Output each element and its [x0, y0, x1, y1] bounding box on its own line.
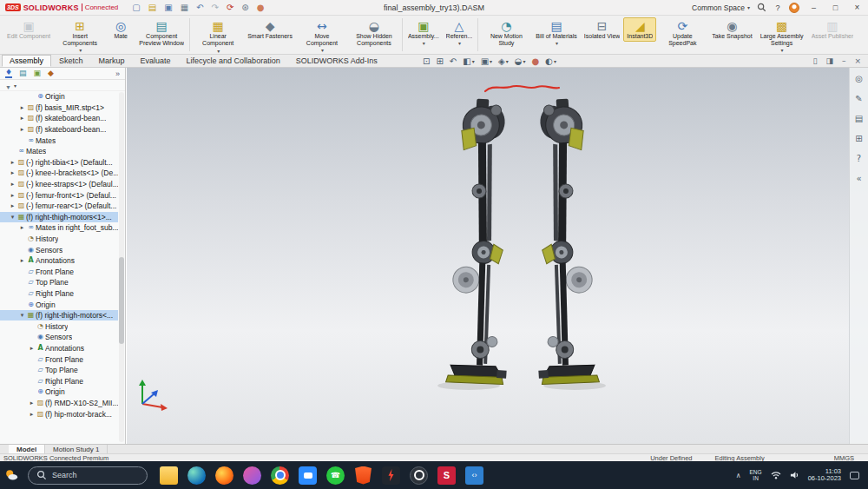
notifications-icon[interactable]: [850, 472, 859, 479]
tab-lifecycle-collaboration[interactable]: Lifecycle and Collaboration: [179, 55, 288, 67]
expander-icon[interactable]: [28, 345, 36, 352]
expander-icon[interactable]: [9, 214, 16, 221]
pane-split-button[interactable]: [825, 57, 833, 65]
view-settings-button[interactable]: [545, 57, 556, 66]
tree-item[interactable]: (f) hip-motor-brack...: [0, 408, 118, 420]
tree-item[interactable]: (-) knee-straps<1> (Defaul...: [0, 179, 118, 190]
edge-icon[interactable]: [187, 466, 206, 485]
tree-item[interactable]: Mates: [0, 146, 118, 157]
expander-icon[interactable]: [18, 115, 26, 122]
zoom-fit-button[interactable]: [423, 57, 430, 66]
display-style-button[interactable]: [498, 57, 509, 66]
tree-item[interactable]: Front Plane: [0, 267, 118, 278]
print-button[interactable]: [181, 3, 188, 12]
pane-layout-button[interactable]: [812, 57, 817, 65]
ribbon-edit-component[interactable]: Edit Component: [3, 17, 54, 42]
rebuild-button[interactable]: [227, 3, 233, 12]
expander-icon[interactable]: [9, 159, 16, 166]
maximize-button[interactable]: [828, 3, 843, 12]
tree-scrollbar-thumb[interactable]: [119, 257, 124, 344]
ribbon-move-component[interactable]: Move Component: [296, 17, 348, 55]
file-explorer-icon[interactable]: [160, 466, 178, 485]
obs-icon[interactable]: [410, 466, 428, 485]
tab-markup[interactable]: Markup: [91, 55, 133, 67]
pane-minimize-button[interactable]: [842, 57, 846, 65]
tree-item[interactable]: Mates: [0, 135, 118, 146]
ribbon-reference-geometry[interactable]: Referen...: [443, 17, 477, 48]
ribbon-large-assembly-settings[interactable]: Large Assembly Settings: [756, 17, 808, 55]
tab-motion-study-1[interactable]: Motion Study 1: [45, 445, 108, 453]
expander-icon[interactable]: [18, 224, 26, 231]
collapse-pane-icon[interactable]: [856, 175, 861, 183]
options-button[interactable]: [241, 3, 248, 12]
language-indicator[interactable]: ENG IN: [750, 469, 762, 481]
ribbon-mate[interactable]: Mate: [106, 17, 135, 42]
right-leg[interactable]: [520, 97, 602, 386]
expander-icon[interactable]: [9, 202, 16, 209]
ribbon-assembly-features[interactable]: Assembly...: [404, 17, 443, 48]
tree-item[interactable]: Top Plane: [0, 365, 118, 376]
weather-icon[interactable]: [0, 468, 23, 482]
whatsapp-icon[interactable]: [326, 466, 345, 485]
notes-icon[interactable]: [855, 115, 863, 123]
brave-icon[interactable]: [354, 466, 372, 485]
expander-icon[interactable]: [9, 169, 16, 176]
ribbon-isolated-view[interactable]: Isolated View: [581, 17, 624, 42]
help-icon[interactable]: [857, 155, 861, 163]
ribbon-take-snapshot[interactable]: Take Snapshot: [708, 17, 755, 42]
edit-appearance-button[interactable]: [532, 57, 540, 66]
section-view-button[interactable]: [463, 57, 474, 66]
expand-panel-icon[interactable]: [115, 69, 120, 78]
solidworks-app-icon[interactable]: [437, 466, 456, 485]
user-avatar[interactable]: [789, 3, 799, 13]
tree-item[interactable]: History: [0, 234, 118, 245]
chrome-icon[interactable]: [271, 466, 289, 485]
ribbon-smart-fasteners[interactable]: Smart Fasteners: [244, 17, 296, 42]
tree-item[interactable]: Right Plane: [0, 375, 118, 387]
ribbon-new-motion-study[interactable]: New Motion Study: [480, 17, 532, 49]
tree-item[interactable]: (f) right-thigh-motors<1>...: [0, 212, 118, 223]
ribbon-insert-components[interactable]: Insert Components: [54, 17, 106, 55]
zoom-area-button[interactable]: [436, 57, 443, 66]
volume-icon[interactable]: [790, 471, 799, 479]
ribbon-component-preview-window[interactable]: Component Preview Window: [135, 17, 187, 49]
undo-button[interactable]: [196, 3, 203, 12]
vscode-icon[interactable]: [465, 466, 483, 485]
tab-model[interactable]: Model: [9, 445, 45, 453]
space-selector[interactable]: Common Space: [692, 3, 750, 12]
close-button[interactable]: [850, 3, 865, 12]
tree-scrollbar[interactable]: [119, 92, 124, 442]
ribbon-linear-component-pattern[interactable]: Linear Component Pattern: [192, 17, 244, 56]
pencil-icon[interactable]: [855, 95, 862, 103]
expander-icon[interactable]: [18, 312, 26, 319]
wifi-icon[interactable]: [771, 471, 781, 479]
help-button[interactable]: ?: [773, 3, 782, 12]
tree-item[interactable]: (-) femur-rear<1> (Default...: [0, 201, 118, 212]
tree-item[interactable]: (-) knee-I-brackets<1> (De...: [0, 168, 118, 179]
previous-view-button[interactable]: [450, 57, 457, 66]
tree-item[interactable]: Front Plane: [0, 354, 118, 365]
expander-icon[interactable]: [18, 104, 26, 111]
tree-item[interactable]: Annotations: [0, 343, 118, 354]
hide-show-items-button[interactable]: [515, 57, 526, 66]
ribbon-asset-publisher[interactable]: Asset Publisher: [808, 17, 858, 42]
expander-icon[interactable]: [9, 181, 16, 188]
tree-item[interactable]: (f) right-thigh-motors<...: [0, 310, 118, 321]
pane-close-button[interactable]: [854, 57, 861, 65]
tab-display-manager[interactable]: [48, 69, 54, 77]
firefox-icon[interactable]: [215, 466, 233, 485]
tree-item[interactable]: Origin: [0, 91, 118, 102]
save-button[interactable]: [164, 3, 172, 12]
appearance-button[interactable]: [257, 3, 265, 12]
photos-icon[interactable]: [243, 466, 261, 485]
taskbar-search[interactable]: Search: [28, 466, 148, 485]
tree-item[interactable]: (-) right-tibia<1> (Default...: [0, 157, 118, 169]
tree-item[interactable]: Sensors: [0, 332, 118, 343]
apps-icon[interactable]: [855, 135, 862, 143]
tray-expand-icon[interactable]: [736, 472, 741, 479]
tree-item[interactable]: (f) skateboard-bean...: [0, 113, 118, 124]
tree-item[interactable]: History: [0, 320, 118, 332]
search-button[interactable]: [757, 3, 766, 12]
graphics-area[interactable]: [127, 68, 868, 444]
tab-sketch[interactable]: Sketch: [51, 55, 91, 67]
